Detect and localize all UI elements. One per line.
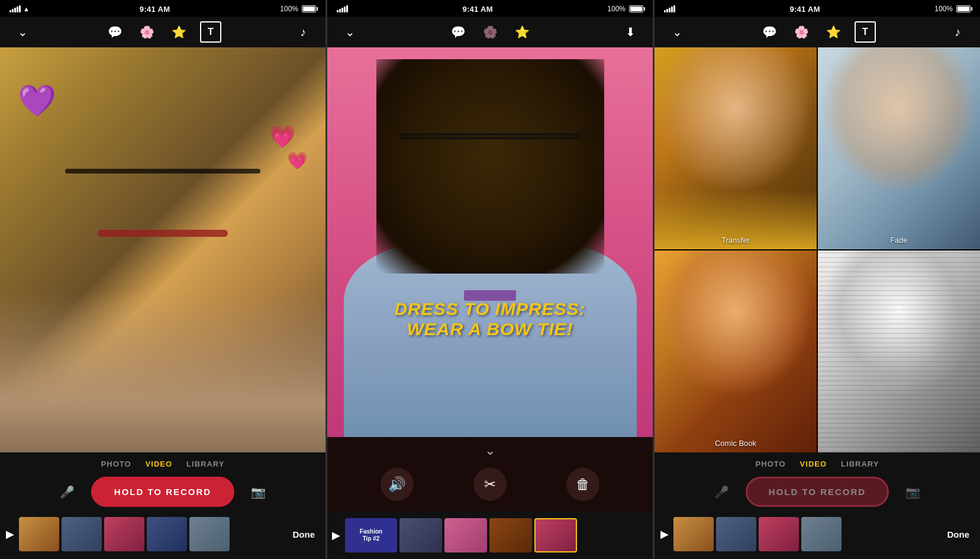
face-bw <box>818 250 980 402</box>
pink-heart-emoji-2: 💗 <box>287 151 308 171</box>
film-thumb-3-1[interactable] <box>673 517 714 551</box>
camera-flip-button-3[interactable]: 📷 <box>901 480 924 504</box>
film-thumb-3-2[interactable] <box>716 517 756 551</box>
library-tab-3[interactable]: LIBRARY <box>841 460 879 468</box>
effect-cell-fade[interactable]: Fade <box>818 47 980 249</box>
effects-grid: Transfer Fade Comic Book <box>655 47 980 452</box>
done-button-1[interactable]: Done <box>288 529 320 539</box>
signal-dots-1: ▲ <box>9 5 30 12</box>
play-button-1[interactable]: ▶ <box>6 528 14 541</box>
star-icon-2[interactable]: ⭐ <box>511 21 533 43</box>
effect-cell-comic[interactable]: Comic Book <box>655 250 817 452</box>
video-overlay-text: DRESS TO IMPRESS:WEAR A BOW TIE! <box>339 299 641 340</box>
bar1 <box>9 10 11 12</box>
sticker-icon-2[interactable]: 🌸 <box>479 21 501 43</box>
status-bar-2: 9:41 AM 100% <box>327 0 653 17</box>
download-icon-2[interactable]: ⬇ <box>620 21 641 43</box>
chat-icon-1[interactable]: 💬 <box>104 21 125 43</box>
text-icon-1[interactable]: T <box>200 21 221 43</box>
film-thumb-1-5[interactable] <box>189 517 230 551</box>
music-icon-3[interactable]: ♪ <box>947 21 968 43</box>
sticker-icon-1[interactable]: 🌸 <box>136 21 157 43</box>
time-1: 9:41 AM <box>140 5 170 14</box>
star-icon-1[interactable]: ⭐ <box>168 21 189 43</box>
camera-flip-button-1[interactable]: 📷 <box>246 480 270 504</box>
chevron-down-icon-3[interactable]: ⌄ <box>666 21 688 43</box>
bar2-3 <box>341 8 343 12</box>
battery-pct-1: 100% <box>280 5 298 13</box>
film-thumb-1-2[interactable] <box>62 517 102 551</box>
bar3-4 <box>671 7 673 12</box>
done-button-3[interactable]: Done <box>943 529 975 539</box>
bar3-5 <box>673 5 675 12</box>
signal-bars-2 <box>337 5 348 12</box>
effect-img-fade <box>818 47 980 249</box>
transfer-label: Transfer <box>655 236 817 245</box>
film-thumb-3-4[interactable] <box>801 517 842 551</box>
play-button-3[interactable]: ▶ <box>660 528 669 541</box>
edit-icons-row: 🔊 ✂ 🗑 <box>327 463 653 506</box>
hands-area <box>0 290 325 452</box>
film-thumb-2-4[interactable] <box>489 518 532 552</box>
film-thumb-2-3[interactable] <box>444 518 487 552</box>
bottom-controls-1: PHOTO VIDEO LIBRARY 🎤 HOLD TO RECORD 📷 ▶… <box>0 452 325 559</box>
bar2-2 <box>339 9 341 12</box>
mode-tabs-3: PHOTO VIDEO LIBRARY <box>655 460 980 468</box>
toolbar-icons-1: 💬 🌸 ⭐ T <box>104 21 221 43</box>
photo-tab-3[interactable]: PHOTO <box>756 460 786 468</box>
sticker-icon-3[interactable]: 🌸 <box>791 21 812 43</box>
panel2-background: DRESS TO IMPRESS:WEAR A BOW TIE! <box>327 47 653 437</box>
library-tab-1[interactable]: LIBRARY <box>186 460 224 468</box>
chevron-down-icon-1[interactable]: ⌄ <box>12 21 33 43</box>
toolbar-icons-3: 💬 🌸 ⭐ T <box>759 21 876 43</box>
film-label-bg-1: FashionTip #2 <box>345 518 397 552</box>
mic-button-1[interactable]: 🎤 <box>56 480 79 504</box>
film-thumb-2-5[interactable] <box>534 518 577 552</box>
record-button-3[interactable]: HOLD TO RECORD <box>746 477 889 507</box>
filmstrip-3: ▶ Done <box>655 514 980 554</box>
video-tab-1[interactable]: VIDEO <box>146 460 172 468</box>
filmstrip-2: ▶ FashionTip #2 <box>327 512 653 559</box>
trash-button[interactable]: 🗑 <box>566 468 599 501</box>
play-button-2[interactable]: ▶ <box>332 529 340 542</box>
status-right-2: 100% <box>607 5 643 13</box>
battery-fill-1 <box>303 7 315 11</box>
battery-fill-3 <box>958 7 969 11</box>
film-thumb-3-3[interactable] <box>759 517 799 551</box>
volume-button[interactable]: 🔊 <box>381 468 414 501</box>
music-icon-1[interactable]: ♪ <box>292 21 314 43</box>
status-right-1: 100% <box>280 5 316 13</box>
face-transfer <box>655 47 817 199</box>
photo-tab-1[interactable]: PHOTO <box>101 460 131 468</box>
chat-icon-3[interactable]: 💬 <box>759 21 780 43</box>
film-thumb-2-2[interactable] <box>399 518 442 552</box>
camera-area-2: DRESS TO IMPRESS:WEAR A BOW TIE! <box>327 47 653 437</box>
chat-icon-2[interactable]: 💬 <box>447 21 469 43</box>
mic-button-3[interactable]: 🎤 <box>710 480 734 504</box>
film-thumb-1-4[interactable] <box>147 517 187 551</box>
video-tab-3[interactable]: VIDEO <box>800 460 827 468</box>
effect-cell-bw[interactable] <box>818 250 980 452</box>
chevron-down-icon-2[interactable]: ⌄ <box>339 21 360 43</box>
status-bar-1: ▲ 9:41 AM 100% <box>0 0 325 17</box>
bar3-3 <box>669 8 670 12</box>
signal-bars-3 <box>664 5 675 12</box>
film-thumb-1-1[interactable] <box>19 517 59 551</box>
film-label-text-1: FashionTip #2 <box>357 526 385 545</box>
bar4 <box>17 7 18 12</box>
cut-button[interactable]: ✂ <box>473 468 507 501</box>
text-icon-3[interactable]: T <box>855 21 876 43</box>
effect-cell-transfer[interactable]: Transfer <box>655 47 817 249</box>
effect-img-comic <box>655 250 817 452</box>
film-thumb-2-1[interactable]: FashionTip #2 <box>345 518 397 552</box>
battery-tip-1 <box>317 7 318 11</box>
video-text-overlay: DRESS TO IMPRESS:WEAR A BOW TIE! <box>327 299 653 340</box>
bottom-controls-3: PHOTO VIDEO LIBRARY 🎤 HOLD TO RECORD 📷 ▶… <box>655 452 980 559</box>
battery-icon-1 <box>302 5 316 12</box>
battery-icon-2 <box>629 5 643 12</box>
film-thumb-1-3[interactable] <box>104 517 144 551</box>
star-icon-3[interactable]: ⭐ <box>823 21 844 43</box>
battery-tip-3 <box>971 7 972 11</box>
record-button-1[interactable]: HOLD TO RECORD <box>91 477 234 507</box>
toolbar-3: ⌄ 💬 🌸 ⭐ T ♪ <box>655 17 980 47</box>
